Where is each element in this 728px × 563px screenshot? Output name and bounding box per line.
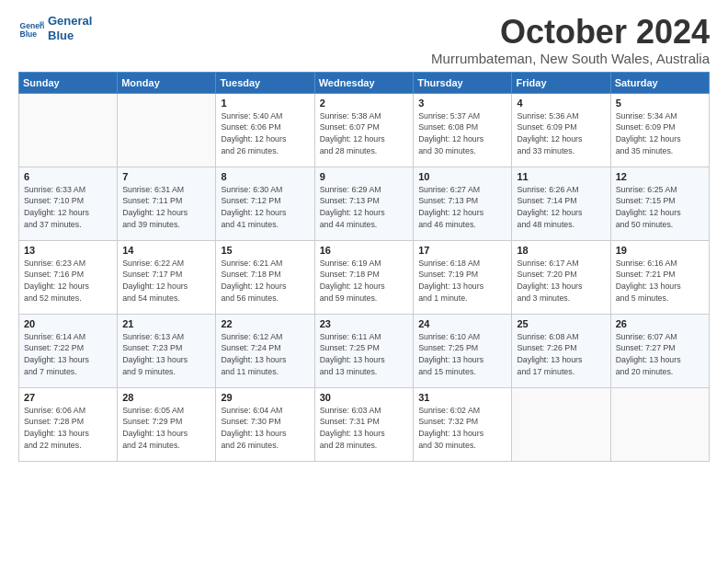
day-info: Sunrise: 6:05 AM Sunset: 7:29 PM Dayligh… <box>122 405 210 452</box>
day-number: 7 <box>122 171 210 182</box>
calendar-week-1: 1Sunrise: 5:40 AM Sunset: 6:06 PM Daylig… <box>19 93 710 167</box>
day-number: 10 <box>418 171 506 182</box>
calendar-cell: 31Sunrise: 6:02 AM Sunset: 7:32 PM Dayli… <box>414 387 512 461</box>
calendar-cell: 29Sunrise: 6:04 AM Sunset: 7:30 PM Dayli… <box>216 387 314 461</box>
svg-text:Blue: Blue <box>20 29 38 38</box>
day-info: Sunrise: 5:34 AM Sunset: 6:09 PM Dayligh… <box>616 110 704 157</box>
day-number: 4 <box>517 98 605 109</box>
calendar-cell <box>512 387 610 461</box>
calendar-cell: 4Sunrise: 5:36 AM Sunset: 6:09 PM Daylig… <box>512 93 610 167</box>
day-info: Sunrise: 6:29 AM Sunset: 7:13 PM Dayligh… <box>320 184 408 231</box>
day-info: Sunrise: 5:38 AM Sunset: 6:07 PM Dayligh… <box>320 110 408 157</box>
day-header-sunday: Sunday <box>19 72 118 93</box>
day-number: 2 <box>320 98 408 109</box>
day-info: Sunrise: 6:25 AM Sunset: 7:15 PM Dayligh… <box>616 184 704 231</box>
day-number: 8 <box>221 171 309 182</box>
calendar-cell: 7Sunrise: 6:31 AM Sunset: 7:11 PM Daylig… <box>118 167 216 240</box>
day-number: 27 <box>24 392 112 403</box>
day-info: Sunrise: 6:21 AM Sunset: 7:18 PM Dayligh… <box>221 258 309 304</box>
day-header-thursday: Thursday <box>414 72 512 93</box>
calendar-cell: 19Sunrise: 6:16 AM Sunset: 7:21 PM Dayli… <box>610 240 709 314</box>
calendar-cell: 24Sunrise: 6:10 AM Sunset: 7:25 PM Dayli… <box>414 314 512 387</box>
location: Murrumbateman, New South Wales, Australi… <box>431 51 710 66</box>
calendar-cell: 17Sunrise: 6:18 AM Sunset: 7:19 PM Dayli… <box>414 240 512 314</box>
day-number: 5 <box>616 98 704 109</box>
day-number: 20 <box>24 318 112 329</box>
day-number: 13 <box>24 245 112 256</box>
calendar-cell: 3Sunrise: 5:37 AM Sunset: 6:08 PM Daylig… <box>414 93 512 167</box>
day-info: Sunrise: 6:02 AM Sunset: 7:32 PM Dayligh… <box>418 405 506 452</box>
calendar-cell: 14Sunrise: 6:22 AM Sunset: 7:17 PM Dayli… <box>118 240 216 314</box>
calendar-cell: 15Sunrise: 6:21 AM Sunset: 7:18 PM Dayli… <box>216 240 314 314</box>
day-number: 26 <box>616 318 704 329</box>
day-header-friday: Friday <box>512 72 610 93</box>
calendar-cell: 2Sunrise: 5:38 AM Sunset: 6:07 PM Daylig… <box>314 93 413 167</box>
calendar-cell: 16Sunrise: 6:19 AM Sunset: 7:18 PM Dayli… <box>314 240 413 314</box>
day-info: Sunrise: 6:23 AM Sunset: 7:16 PM Dayligh… <box>24 258 112 304</box>
day-info: Sunrise: 6:26 AM Sunset: 7:14 PM Dayligh… <box>517 184 605 231</box>
title-block: October 2024 Murrumbateman, New South Wa… <box>431 14 710 66</box>
day-number: 19 <box>616 245 704 256</box>
day-info: Sunrise: 6:12 AM Sunset: 7:24 PM Dayligh… <box>221 331 309 378</box>
day-number: 9 <box>320 171 408 182</box>
calendar-cell: 10Sunrise: 6:27 AM Sunset: 7:13 PM Dayli… <box>414 167 512 240</box>
day-info: Sunrise: 6:13 AM Sunset: 7:23 PM Dayligh… <box>122 331 210 378</box>
calendar-cell <box>118 93 216 167</box>
day-info: Sunrise: 6:08 AM Sunset: 7:26 PM Dayligh… <box>517 331 605 378</box>
calendar-week-2: 6Sunrise: 6:33 AM Sunset: 7:10 PM Daylig… <box>19 167 710 240</box>
day-number: 12 <box>616 171 704 182</box>
logo-text-block: General Blue <box>48 14 92 42</box>
calendar-cell <box>610 387 709 461</box>
calendar-week-5: 27Sunrise: 6:06 AM Sunset: 7:28 PM Dayli… <box>19 387 710 461</box>
day-header-wednesday: Wednesday <box>314 72 413 93</box>
calendar-cell: 30Sunrise: 6:03 AM Sunset: 7:31 PM Dayli… <box>314 387 413 461</box>
day-header-saturday: Saturday <box>610 72 709 93</box>
day-info: Sunrise: 6:06 AM Sunset: 7:28 PM Dayligh… <box>24 405 112 452</box>
day-number: 22 <box>221 318 309 329</box>
calendar-cell: 27Sunrise: 6:06 AM Sunset: 7:28 PM Dayli… <box>19 387 118 461</box>
calendar-cell: 26Sunrise: 6:07 AM Sunset: 7:27 PM Dayli… <box>610 314 709 387</box>
day-info: Sunrise: 6:10 AM Sunset: 7:25 PM Dayligh… <box>418 331 506 378</box>
day-info: Sunrise: 6:07 AM Sunset: 7:27 PM Dayligh… <box>616 331 704 378</box>
day-header-monday: Monday <box>118 72 216 93</box>
calendar-cell: 8Sunrise: 6:30 AM Sunset: 7:12 PM Daylig… <box>216 167 314 240</box>
calendar-cell: 6Sunrise: 6:33 AM Sunset: 7:10 PM Daylig… <box>19 167 118 240</box>
day-number: 16 <box>320 245 408 256</box>
day-number: 11 <box>517 171 605 182</box>
day-number: 3 <box>418 98 506 109</box>
day-info: Sunrise: 6:03 AM Sunset: 7:31 PM Dayligh… <box>320 405 408 452</box>
calendar-cell: 5Sunrise: 5:34 AM Sunset: 6:09 PM Daylig… <box>610 93 709 167</box>
calendar-cell: 12Sunrise: 6:25 AM Sunset: 7:15 PM Dayli… <box>610 167 709 240</box>
calendar-table: SundayMondayTuesdayWednesdayThursdayFrid… <box>18 72 710 462</box>
calendar-cell: 22Sunrise: 6:12 AM Sunset: 7:24 PM Dayli… <box>216 314 314 387</box>
day-number: 31 <box>418 392 506 403</box>
calendar-cell: 28Sunrise: 6:05 AM Sunset: 7:29 PM Dayli… <box>118 387 216 461</box>
day-number: 21 <box>122 318 210 329</box>
day-info: Sunrise: 6:17 AM Sunset: 7:20 PM Dayligh… <box>517 258 605 304</box>
calendar-cell: 18Sunrise: 6:17 AM Sunset: 7:20 PM Dayli… <box>512 240 610 314</box>
day-number: 23 <box>320 318 408 329</box>
day-number: 28 <box>122 392 210 403</box>
day-number: 24 <box>418 318 506 329</box>
header-row: SundayMondayTuesdayWednesdayThursdayFrid… <box>19 72 710 93</box>
logo: General Blue General Blue <box>18 14 92 42</box>
day-info: Sunrise: 6:11 AM Sunset: 7:25 PM Dayligh… <box>320 331 408 378</box>
calendar-cell <box>19 93 118 167</box>
calendar-cell: 11Sunrise: 6:26 AM Sunset: 7:14 PM Dayli… <box>512 167 610 240</box>
calendar-cell: 20Sunrise: 6:14 AM Sunset: 7:22 PM Dayli… <box>19 314 118 387</box>
calendar-cell: 21Sunrise: 6:13 AM Sunset: 7:23 PM Dayli… <box>118 314 216 387</box>
day-number: 14 <box>122 245 210 256</box>
logo-general: General <box>48 14 92 29</box>
day-info: Sunrise: 5:36 AM Sunset: 6:09 PM Dayligh… <box>517 110 605 157</box>
calendar-week-3: 13Sunrise: 6:23 AM Sunset: 7:16 PM Dayli… <box>19 240 710 314</box>
day-number: 25 <box>517 318 605 329</box>
day-number: 30 <box>320 392 408 403</box>
page-header: General Blue General Blue October 2024 M… <box>18 14 710 66</box>
day-info: Sunrise: 6:31 AM Sunset: 7:11 PM Dayligh… <box>122 184 210 231</box>
calendar-cell: 1Sunrise: 5:40 AM Sunset: 6:06 PM Daylig… <box>216 93 314 167</box>
logo-blue: Blue <box>48 29 92 43</box>
calendar-week-4: 20Sunrise: 6:14 AM Sunset: 7:22 PM Dayli… <box>19 314 710 387</box>
day-info: Sunrise: 6:14 AM Sunset: 7:22 PM Dayligh… <box>24 331 112 378</box>
day-info: Sunrise: 6:18 AM Sunset: 7:19 PM Dayligh… <box>418 258 506 304</box>
day-header-tuesday: Tuesday <box>216 72 314 93</box>
